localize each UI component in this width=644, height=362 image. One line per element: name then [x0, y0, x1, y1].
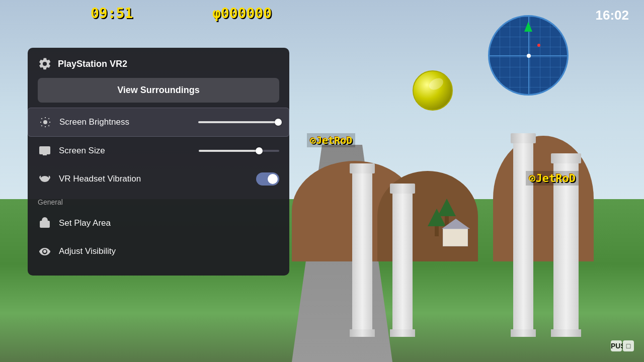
- svg-point-8: [39, 250, 41, 252]
- push-square-icon: □: [623, 340, 634, 351]
- general-section-label: General: [28, 193, 289, 209]
- game-label-1: ⊙JetRoD: [307, 133, 355, 147]
- slider-thumb-size[interactable]: [256, 147, 263, 154]
- view-surroundings-button[interactable]: View Surroundings: [38, 78, 279, 103]
- adjust-visibility-icon: [38, 244, 52, 258]
- toggle-knob: [268, 174, 278, 184]
- settings-panel: PlayStation VR2 View Surroundings Screen…: [28, 48, 289, 276]
- brightness-icon: [38, 115, 52, 129]
- panel-header: PlayStation VR2: [28, 48, 289, 78]
- set-play-area-icon: [38, 216, 52, 230]
- minimap-dot: [527, 54, 531, 58]
- screen-size-icon: [38, 144, 52, 158]
- screen-size-slider[interactable]: [173, 150, 279, 152]
- house-roof: [442, 219, 470, 229]
- vr-headset-vibration-item[interactable]: VR Headset Vibration: [28, 165, 289, 193]
- minimap-arrow: [524, 22, 532, 32]
- slider-track-brightness[interactable]: [198, 121, 279, 123]
- menu-items: Screen Brightness Screen Size: [28, 108, 289, 265]
- system-clock: 16:02: [596, 8, 629, 23]
- adjust-visibility-label: Adjust Visibility: [59, 246, 279, 256]
- tree-top2: [438, 199, 456, 216]
- svg-point-6: [44, 223, 46, 225]
- column2: [392, 191, 413, 332]
- column4: [553, 161, 579, 332]
- push-logo: PUSH□: [610, 339, 634, 352]
- game-label-2: ⊙JetRoD: [526, 171, 579, 186]
- panel-title: PlayStation VR2: [58, 59, 127, 69]
- set-play-area-label: Set Play Area: [59, 218, 279, 228]
- screen-brightness-slider[interactable]: [173, 121, 279, 123]
- tree-trunk: [435, 226, 439, 236]
- column3: [513, 141, 533, 332]
- svg-point-2: [41, 176, 49, 182]
- house: [443, 229, 468, 246]
- settings-gear-icon: [38, 57, 52, 71]
- column1: [352, 171, 372, 332]
- adjust-visibility-item[interactable]: Adjust Visibility: [28, 237, 289, 265]
- svg-point-4: [46, 178, 47, 180]
- vr-headset-vibration-label: VR Headset Vibration: [59, 174, 249, 184]
- vr-headset-vibration-toggle[interactable]: [256, 172, 279, 186]
- screen-brightness-label: Screen Brightness: [59, 117, 166, 127]
- svg-point-9: [48, 250, 50, 252]
- slider-fill-size: [199, 150, 259, 152]
- svg-point-3: [43, 178, 44, 180]
- screen-brightness-item[interactable]: Screen Brightness: [28, 108, 289, 137]
- balloon: [413, 70, 453, 111]
- screen-size-item[interactable]: Screen Size: [28, 137, 289, 165]
- vr-vibration-icon: [38, 172, 52, 186]
- set-play-area-item[interactable]: Set Play Area: [28, 209, 289, 237]
- minimap: [488, 15, 569, 96]
- screen-size-label: Screen Size: [59, 146, 166, 156]
- svg-point-0: [43, 120, 47, 124]
- slider-fill-brightness: [198, 121, 279, 123]
- slider-track-size[interactable]: [199, 150, 279, 152]
- house-body: [443, 229, 468, 246]
- svg-point-7: [43, 250, 46, 253]
- slider-thumb-brightness[interactable]: [275, 119, 282, 126]
